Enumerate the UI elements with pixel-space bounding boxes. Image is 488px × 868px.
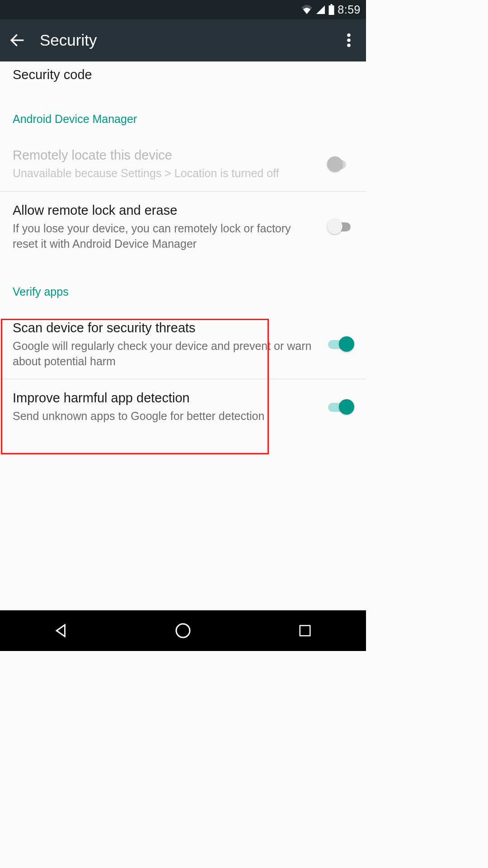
svg-point-4 <box>347 38 351 42</box>
svg-point-3 <box>347 33 351 37</box>
page-title: Security <box>40 31 326 49</box>
setting-item-improve-detection[interactable]: Improve harmful app detection Send unkno… <box>0 379 366 434</box>
setting-title: Remotely locate this device <box>13 146 313 164</box>
setting-title: Improve harmful app detection <box>13 389 313 407</box>
toggle-remote-lock-erase[interactable] <box>326 216 353 237</box>
setting-title: Security code <box>13 66 353 84</box>
svg-rect-1 <box>329 5 334 15</box>
status-bar: 8:59 <box>0 0 366 19</box>
setting-title: Allow remote lock and erase <box>13 202 313 219</box>
app-bar: Security <box>0 19 366 61</box>
setting-item-remotely-locate: Remotely locate this device Unavailable … <box>0 137 366 191</box>
settings-list: Security code Android Device Manager Rem… <box>0 61 366 610</box>
setting-item-security-code[interactable]: Security code <box>0 61 366 94</box>
setting-summary: Send unknown apps to Google for better d… <box>13 409 313 424</box>
navigation-bar <box>0 610 366 651</box>
setting-summary: If you lose your device, you can remotel… <box>13 221 313 252</box>
overflow-menu-button[interactable] <box>340 31 358 49</box>
category-verify-apps: Verify apps <box>0 262 366 309</box>
setting-summary: Google will regularly check your device … <box>13 339 313 369</box>
category-android-device-manager: Android Device Manager <box>0 94 366 137</box>
nav-recent-button[interactable] <box>273 617 337 644</box>
cell-signal-icon <box>315 5 325 14</box>
back-button[interactable] <box>8 31 26 49</box>
toggle-improve-detection[interactable] <box>326 396 353 417</box>
wifi-icon <box>301 5 313 14</box>
toggle-scan-threats[interactable] <box>326 334 353 354</box>
setting-title: Scan device for security threats <box>13 319 313 337</box>
setting-item-remote-lock-erase[interactable]: Allow remote lock and erase If you lose … <box>0 192 366 262</box>
svg-point-5 <box>347 44 351 47</box>
svg-rect-7 <box>300 626 310 636</box>
svg-point-6 <box>176 624 190 637</box>
status-time: 8:59 <box>338 3 361 16</box>
setting-summary: Unavailable because Settings > Location … <box>13 166 313 181</box>
svg-rect-0 <box>331 4 333 5</box>
nav-back-button[interactable] <box>29 617 93 644</box>
toggle-remotely-locate <box>326 154 353 175</box>
setting-item-scan-threats[interactable]: Scan device for security threats Google … <box>0 309 366 379</box>
battery-icon <box>328 4 335 15</box>
nav-home-button[interactable] <box>151 617 215 644</box>
